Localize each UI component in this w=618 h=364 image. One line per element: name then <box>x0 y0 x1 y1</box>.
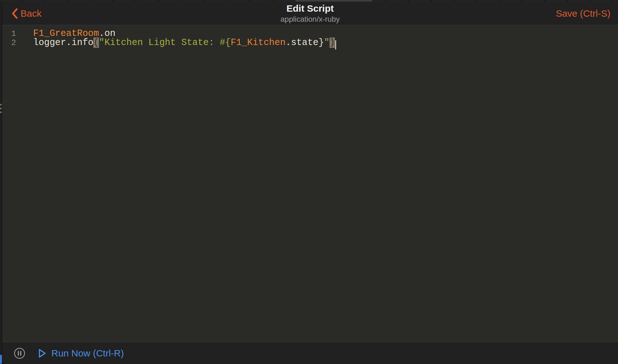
background-page-sliver <box>0 2 2 364</box>
code-token: } <box>318 37 324 48</box>
screen: Back Edit Script application/x-ruby Save… <box>0 0 618 364</box>
line-number: 1 <box>2 29 16 38</box>
code-token: " <box>324 37 329 48</box>
edit-script-modal: Back Edit Script application/x-ruby Save… <box>2 2 618 364</box>
play-icon <box>38 348 46 358</box>
run-now-button[interactable]: Run Now (Ctrl-R) <box>38 348 124 359</box>
title-block: Edit Script application/x-ruby <box>2 2 618 25</box>
page-title: Edit Script <box>286 3 334 14</box>
pause-circle-icon[interactable] <box>14 347 26 359</box>
chevron-left-icon <box>12 8 18 19</box>
code-line[interactable]: 2logger.info("Kitchen Light State: #{F1_… <box>2 38 618 47</box>
run-now-label: Run Now (Ctrl-R) <box>51 348 124 359</box>
code-content: logger.info("Kitchen Light State: #{F1_K… <box>16 38 336 48</box>
code-token: ( <box>93 37 99 48</box>
code-editor[interactable]: 1F1_GreatRoom.on2logger.info("Kitchen Li… <box>2 25 618 342</box>
text-cursor <box>335 40 336 49</box>
code-token: logger.info <box>33 37 93 48</box>
code-content: F1_GreatRoom.on <box>16 29 115 38</box>
navbar: Back Edit Script application/x-ruby Save… <box>2 2 618 25</box>
code-line[interactable]: 1F1_GreatRoom.on <box>2 29 618 38</box>
code-token: "Kitchen Light State: <box>99 37 220 48</box>
save-button-label: Save (Ctrl-S) <box>556 8 610 19</box>
background-link-fragment <box>0 355 2 364</box>
page-subtitle: application/x-ruby <box>280 14 340 24</box>
bottom-toolbar: Run Now (Ctrl-R) <box>2 342 618 364</box>
code-token: .state <box>286 37 318 48</box>
line-number: 2 <box>2 38 16 48</box>
code-token: #{ <box>220 37 231 48</box>
code-token: ) <box>329 37 335 48</box>
code-token: F1_Kitchen <box>231 37 286 48</box>
background-text-fragment <box>0 104 2 113</box>
back-button[interactable]: Back <box>12 2 42 25</box>
save-button[interactable]: Save (Ctrl-S) <box>556 2 610 25</box>
back-button-label: Back <box>20 8 42 19</box>
